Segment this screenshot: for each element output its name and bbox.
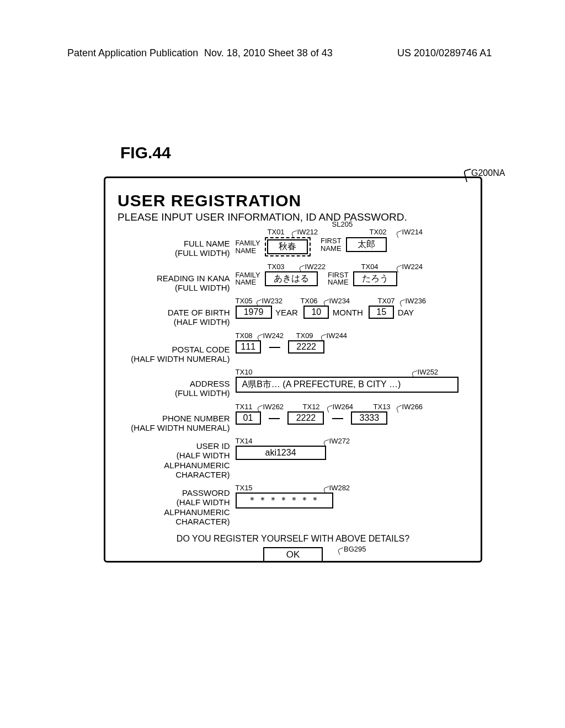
input-userid[interactable]: aki1234 [236,446,326,460]
row-fullname: FULL NAME (FULL WIDTH) SL205 TX01 IW212 … [118,229,468,258]
dash-icon: — [327,411,349,424]
callout-tx05: TX05 [236,297,253,305]
figure-label: FIG.44 [120,143,171,162]
row-phone: PHONE NUMBER (HALF WIDTH NUMERAL) TX11 I… [118,404,468,433]
label-password: PASSWORD [182,488,230,497]
row-address: ADDRESS (FULL WIDTH) TX10 IW252 A県B市… (A… [118,369,468,398]
page-subtitle: PLEASE INPUT USER INFORMATION, ID AND PA… [118,211,468,223]
input-kana-family[interactable]: あきはる [265,271,318,286]
callout-iw222: IW222 [305,263,326,271]
callout-iw232: IW232 [262,297,283,305]
callout-tx10: TX10 [236,368,253,376]
input-kana-first[interactable]: たろう [353,271,397,286]
caption-name2: NAME [321,244,342,253]
label-userid: USER ID [196,441,230,451]
callout-iw266: IW266 [402,403,423,411]
input-month[interactable]: 10 [303,306,329,319]
label-kana-note: (FULL WIDTH) [175,283,230,292]
focused-field-marker: 秋春 [265,237,311,256]
input-postal1[interactable]: 111 [236,340,262,354]
label-phone-note: (HALF WIDTH NUMERAL) [131,423,230,432]
callout-iw234: IW234 [329,297,350,305]
label-address: ADDRESS [190,379,230,388]
input-postal2[interactable]: 2222 [288,340,324,354]
label-full-name-note: (FULL WIDTH) [175,248,230,258]
callout-tx02: TX02 [370,228,387,236]
label-phone: PHONE NUMBER [162,414,230,423]
row-password: PASSWORD (HALF WIDTH ALPHANUMERIC CHARAC… [118,485,468,526]
callout-tx04: TX04 [361,263,379,271]
callout-tx06: TX06 [301,297,318,305]
callout-bg295: BG295 [344,545,366,553]
callout-iw214: IW214 [402,228,423,236]
label-full-name: FULL NAME [184,239,230,248]
label-postal-note: (HALF WIDTH NUMERAL) [131,354,230,363]
publication-date-sheet: Nov. 18, 2010 Sheet 38 of 43 [204,47,333,59]
input-first-name[interactable]: 太郎 [346,237,387,252]
unit-year: YEAR [274,308,301,317]
callout-iw262: IW262 [263,403,284,411]
callout-tx12: TX12 [303,403,320,411]
label-userid-note1: (HALF WIDTH ALPHANUMERIC [164,451,230,469]
callout-tx15: TX15 [236,484,253,492]
label-password-note1: (HALF WIDTH ALPHANUMERIC [164,497,230,516]
caption-kana-name1: NAME [236,278,257,286]
input-address[interactable]: A県B市… (A PREFECTURE, B CITY …) [236,377,459,393]
unit-day: DAY [397,308,418,317]
input-phone3[interactable]: 3333 [351,411,387,425]
caption-name1: NAME [236,247,257,255]
callout-iw242: IW242 [263,331,284,340]
input-day[interactable]: 15 [369,306,394,319]
callout-iw244: IW244 [327,331,348,340]
callout-iw282: IW282 [329,484,350,492]
input-password[interactable]: ＊＊＊＊＊＊＊ [236,493,333,508]
page-title: USER REGISTRATION [118,191,468,210]
label-userid-note2: CHARACTER) [175,470,230,479]
input-phone2[interactable]: 2222 [287,411,324,425]
callout-iw272: IW272 [329,437,350,445]
row-userid: USER ID (HALF WIDTH ALPHANUMERIC CHARACT… [118,438,468,479]
label-dob-note: (HALF WIDTH) [174,317,230,326]
callout-tx03: TX03 [268,263,285,271]
callout-tx01: TX01 [268,228,285,236]
callout-tx14: TX14 [236,437,253,445]
callout-tx09: TX09 [296,331,313,340]
publication-number: US 2010/0289746 A1 [397,47,492,59]
callout-iw236: IW236 [406,297,427,305]
label-address-note: (FULL WIDTH) [175,388,230,398]
callout-tx13: TX13 [374,403,391,411]
label-postal: POSTAL CODE [172,345,230,354]
callout-iw252: IW252 [418,368,439,376]
publication-type: Patent Application Publication [67,47,198,59]
ok-button[interactable]: OK [263,547,323,563]
caption-kana-name2: NAME [328,278,349,286]
row-postal: POSTAL CODE (HALF WIDTH NUMERAL) TX08 IW… [118,333,468,364]
dash-icon: — [264,340,286,353]
callout-iw224: IW224 [402,263,423,271]
label-dob: DATE OF BIRTH [168,308,230,317]
callout-tx08: TX08 [236,331,253,340]
callout-tx11: TX11 [236,403,253,411]
callout-tx07: TX07 [378,297,395,305]
callout-iw212: IW212 [297,228,318,236]
input-family-name[interactable]: 秋春 [267,239,308,254]
registration-panel: USER REGISTRATION PLEASE INPUT USER INFO… [104,176,482,563]
input-phone1[interactable]: 01 [236,411,261,425]
confirm-text: DO YOU REGISTER YOURSELF WITH ABOVE DETA… [118,534,468,544]
label-kana: READING IN KANA [157,274,230,283]
dash-icon: — [263,411,285,424]
row-kana: READING IN KANA (FULL WIDTH) TX03 IW222 … [118,264,468,293]
label-password-note2: CHARACTER) [175,517,230,526]
row-dob: DATE OF BIRTH (HALF WIDTH) TX05 IW232 TX… [118,298,468,327]
unit-month: MONTH [332,308,366,317]
callout-iw264: IW264 [333,403,354,411]
input-year[interactable]: 1979 [236,306,272,319]
callout-sl205: SL205 [332,220,353,228]
